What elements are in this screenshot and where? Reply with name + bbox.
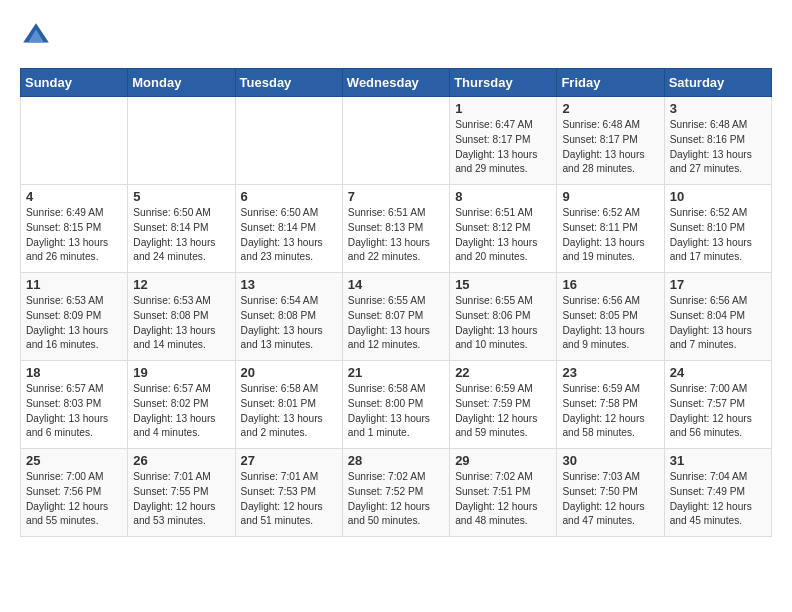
calendar-cell: 25Sunrise: 7:00 AM Sunset: 7:56 PM Dayli…: [21, 449, 128, 537]
calendar-cell: 5Sunrise: 6:50 AM Sunset: 8:14 PM Daylig…: [128, 185, 235, 273]
day-info: Sunrise: 6:56 AM Sunset: 8:05 PM Dayligh…: [562, 294, 658, 353]
day-info: Sunrise: 7:04 AM Sunset: 7:49 PM Dayligh…: [670, 470, 766, 529]
day-info: Sunrise: 6:55 AM Sunset: 8:07 PM Dayligh…: [348, 294, 444, 353]
day-info: Sunrise: 6:50 AM Sunset: 8:14 PM Dayligh…: [241, 206, 337, 265]
day-number: 1: [455, 101, 551, 116]
day-number: 17: [670, 277, 766, 292]
day-number: 16: [562, 277, 658, 292]
day-info: Sunrise: 7:01 AM Sunset: 7:55 PM Dayligh…: [133, 470, 229, 529]
calendar-cell: 14Sunrise: 6:55 AM Sunset: 8:07 PM Dayli…: [342, 273, 449, 361]
calendar-cell: 16Sunrise: 6:56 AM Sunset: 8:05 PM Dayli…: [557, 273, 664, 361]
day-info: Sunrise: 7:00 AM Sunset: 7:56 PM Dayligh…: [26, 470, 122, 529]
page-header: [20, 20, 772, 52]
day-info: Sunrise: 6:50 AM Sunset: 8:14 PM Dayligh…: [133, 206, 229, 265]
calendar-cell: [128, 97, 235, 185]
calendar-cell: [21, 97, 128, 185]
day-number: 26: [133, 453, 229, 468]
day-number: 10: [670, 189, 766, 204]
day-number: 20: [241, 365, 337, 380]
day-of-week-header: Wednesday: [342, 69, 449, 97]
day-info: Sunrise: 6:49 AM Sunset: 8:15 PM Dayligh…: [26, 206, 122, 265]
calendar-cell: 18Sunrise: 6:57 AM Sunset: 8:03 PM Dayli…: [21, 361, 128, 449]
calendar-cell: 13Sunrise: 6:54 AM Sunset: 8:08 PM Dayli…: [235, 273, 342, 361]
day-number: 3: [670, 101, 766, 116]
day-number: 22: [455, 365, 551, 380]
day-info: Sunrise: 6:48 AM Sunset: 8:16 PM Dayligh…: [670, 118, 766, 177]
day-of-week-header: Sunday: [21, 69, 128, 97]
day-info: Sunrise: 7:02 AM Sunset: 7:51 PM Dayligh…: [455, 470, 551, 529]
calendar-cell: 22Sunrise: 6:59 AM Sunset: 7:59 PM Dayli…: [450, 361, 557, 449]
day-info: Sunrise: 6:57 AM Sunset: 8:03 PM Dayligh…: [26, 382, 122, 441]
day-info: Sunrise: 6:53 AM Sunset: 8:09 PM Dayligh…: [26, 294, 122, 353]
day-info: Sunrise: 6:52 AM Sunset: 8:10 PM Dayligh…: [670, 206, 766, 265]
calendar-cell: 11Sunrise: 6:53 AM Sunset: 8:09 PM Dayli…: [21, 273, 128, 361]
calendar-cell: 9Sunrise: 6:52 AM Sunset: 8:11 PM Daylig…: [557, 185, 664, 273]
day-number: 9: [562, 189, 658, 204]
day-info: Sunrise: 6:54 AM Sunset: 8:08 PM Dayligh…: [241, 294, 337, 353]
day-number: 30: [562, 453, 658, 468]
day-info: Sunrise: 6:51 AM Sunset: 8:13 PM Dayligh…: [348, 206, 444, 265]
day-number: 5: [133, 189, 229, 204]
calendar-cell: 23Sunrise: 6:59 AM Sunset: 7:58 PM Dayli…: [557, 361, 664, 449]
day-number: 6: [241, 189, 337, 204]
calendar-cell: 17Sunrise: 6:56 AM Sunset: 8:04 PM Dayli…: [664, 273, 771, 361]
day-number: 8: [455, 189, 551, 204]
calendar-cell: [235, 97, 342, 185]
day-number: 24: [670, 365, 766, 380]
day-number: 11: [26, 277, 122, 292]
day-info: Sunrise: 6:55 AM Sunset: 8:06 PM Dayligh…: [455, 294, 551, 353]
day-number: 4: [26, 189, 122, 204]
calendar-cell: 26Sunrise: 7:01 AM Sunset: 7:55 PM Dayli…: [128, 449, 235, 537]
day-info: Sunrise: 6:59 AM Sunset: 7:58 PM Dayligh…: [562, 382, 658, 441]
day-info: Sunrise: 7:03 AM Sunset: 7:50 PM Dayligh…: [562, 470, 658, 529]
day-number: 23: [562, 365, 658, 380]
day-number: 29: [455, 453, 551, 468]
calendar-week-row: 1Sunrise: 6:47 AM Sunset: 8:17 PM Daylig…: [21, 97, 772, 185]
day-number: 31: [670, 453, 766, 468]
calendar-cell: 29Sunrise: 7:02 AM Sunset: 7:51 PM Dayli…: [450, 449, 557, 537]
day-info: Sunrise: 6:59 AM Sunset: 7:59 PM Dayligh…: [455, 382, 551, 441]
day-of-week-header: Friday: [557, 69, 664, 97]
calendar-cell: 8Sunrise: 6:51 AM Sunset: 8:12 PM Daylig…: [450, 185, 557, 273]
day-number: 28: [348, 453, 444, 468]
calendar-cell: 28Sunrise: 7:02 AM Sunset: 7:52 PM Dayli…: [342, 449, 449, 537]
calendar-week-row: 4Sunrise: 6:49 AM Sunset: 8:15 PM Daylig…: [21, 185, 772, 273]
calendar-cell: [342, 97, 449, 185]
day-of-week-header: Tuesday: [235, 69, 342, 97]
calendar-cell: 21Sunrise: 6:58 AM Sunset: 8:00 PM Dayli…: [342, 361, 449, 449]
calendar-cell: 2Sunrise: 6:48 AM Sunset: 8:17 PM Daylig…: [557, 97, 664, 185]
calendar-week-row: 25Sunrise: 7:00 AM Sunset: 7:56 PM Dayli…: [21, 449, 772, 537]
day-of-week-header: Saturday: [664, 69, 771, 97]
calendar-week-row: 18Sunrise: 6:57 AM Sunset: 8:03 PM Dayli…: [21, 361, 772, 449]
day-number: 2: [562, 101, 658, 116]
day-number: 7: [348, 189, 444, 204]
day-number: 15: [455, 277, 551, 292]
logo: [20, 20, 58, 52]
day-info: Sunrise: 6:58 AM Sunset: 8:00 PM Dayligh…: [348, 382, 444, 441]
calendar-week-row: 11Sunrise: 6:53 AM Sunset: 8:09 PM Dayli…: [21, 273, 772, 361]
calendar-cell: 6Sunrise: 6:50 AM Sunset: 8:14 PM Daylig…: [235, 185, 342, 273]
calendar-cell: 4Sunrise: 6:49 AM Sunset: 8:15 PM Daylig…: [21, 185, 128, 273]
calendar-table: SundayMondayTuesdayWednesdayThursdayFrid…: [20, 68, 772, 537]
day-number: 19: [133, 365, 229, 380]
day-info: Sunrise: 6:47 AM Sunset: 8:17 PM Dayligh…: [455, 118, 551, 177]
calendar-cell: 3Sunrise: 6:48 AM Sunset: 8:16 PM Daylig…: [664, 97, 771, 185]
day-info: Sunrise: 6:51 AM Sunset: 8:12 PM Dayligh…: [455, 206, 551, 265]
logo-icon: [20, 20, 52, 52]
day-info: Sunrise: 6:56 AM Sunset: 8:04 PM Dayligh…: [670, 294, 766, 353]
day-number: 21: [348, 365, 444, 380]
calendar-cell: 30Sunrise: 7:03 AM Sunset: 7:50 PM Dayli…: [557, 449, 664, 537]
day-info: Sunrise: 6:53 AM Sunset: 8:08 PM Dayligh…: [133, 294, 229, 353]
day-number: 14: [348, 277, 444, 292]
day-info: Sunrise: 6:58 AM Sunset: 8:01 PM Dayligh…: [241, 382, 337, 441]
calendar-cell: 15Sunrise: 6:55 AM Sunset: 8:06 PM Dayli…: [450, 273, 557, 361]
day-number: 18: [26, 365, 122, 380]
day-number: 25: [26, 453, 122, 468]
calendar-cell: 12Sunrise: 6:53 AM Sunset: 8:08 PM Dayli…: [128, 273, 235, 361]
day-info: Sunrise: 6:48 AM Sunset: 8:17 PM Dayligh…: [562, 118, 658, 177]
day-number: 27: [241, 453, 337, 468]
calendar-cell: 27Sunrise: 7:01 AM Sunset: 7:53 PM Dayli…: [235, 449, 342, 537]
day-number: 13: [241, 277, 337, 292]
day-of-week-header: Monday: [128, 69, 235, 97]
calendar-cell: 20Sunrise: 6:58 AM Sunset: 8:01 PM Dayli…: [235, 361, 342, 449]
